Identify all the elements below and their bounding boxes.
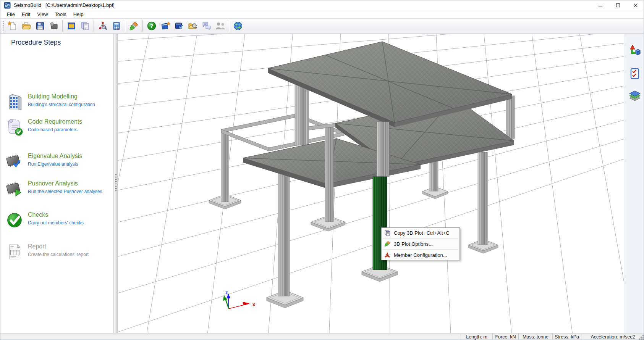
step-title: Checks — [28, 211, 84, 218]
menu-edit[interactable]: Edit — [18, 11, 34, 18]
report-pages-icon — [80, 21, 90, 31]
feedback-bubbles-icon — [202, 21, 212, 31]
step-subtitle: Carry out members' checks — [28, 220, 84, 226]
view-orientation-icon — [629, 45, 641, 57]
step-title: Code Requirements — [28, 118, 82, 125]
processor-settings-button[interactable] — [47, 19, 61, 32]
column-texture — [295, 83, 309, 145]
context-menu-separator — [383, 238, 458, 238]
column-texture — [506, 96, 515, 139]
examples-search-icon — [188, 21, 198, 31]
verification-book-button[interactable] — [172, 19, 186, 32]
context-menu-label: 3D Plot Options... — [394, 241, 433, 247]
save-button[interactable] — [33, 19, 47, 32]
maximize-icon — [616, 4, 620, 7]
checks-icon — [6, 210, 24, 230]
context-menu-separator — [383, 249, 458, 250]
plot-options-brush-icon — [129, 21, 139, 31]
step-subtitle: Building's structural configuration — [28, 102, 95, 107]
close-icon — [634, 4, 638, 7]
main-toolbar: ? — [0, 18, 644, 34]
context-menu-shortcut: Ctrl+Alt+C — [427, 230, 450, 236]
maximize-button[interactable] — [609, 0, 627, 10]
pushover-chip-icon — [6, 179, 24, 199]
layers-button[interactable] — [628, 89, 641, 103]
processor-settings-icon — [49, 21, 59, 31]
context-menu: Copy 3D Plot Ctrl+Alt+C 3D Plot Options.… — [381, 227, 460, 260]
step-code-requirements[interactable]: Code Requirements Code-based parameters — [6, 117, 111, 139]
tutorial-book-button[interactable] — [159, 19, 172, 32]
report-icon — [6, 242, 24, 262]
open-project-icon — [21, 21, 31, 31]
status-stress-unit: Stress: kPa — [552, 334, 581, 340]
save-icon — [35, 21, 45, 31]
frame-sections-button[interactable] — [65, 19, 78, 32]
menu-help[interactable]: Help — [70, 11, 87, 18]
code-requirements-icon — [6, 117, 24, 137]
splitter-grip-icon — [115, 174, 117, 193]
resize-grip-icon[interactable] — [642, 338, 644, 340]
checklist-button[interactable] — [628, 67, 641, 81]
calculator-button[interactable] — [110, 19, 123, 32]
help-button[interactable]: ? — [145, 19, 159, 32]
procedure-steps-heading: Procedure Steps — [11, 39, 61, 47]
menu-bar: File Edit View Tools Help — [0, 10, 644, 18]
layers-icon — [629, 90, 641, 101]
context-menu-item-member-configuration[interactable]: Member Configuration... — [382, 250, 460, 260]
x-axis-label: x — [252, 301, 256, 307]
frame-sections-icon — [66, 21, 76, 31]
step-title: Report — [28, 243, 89, 250]
step-pushover-analysis[interactable]: Pushover Analysis Run the selected Pusho… — [6, 179, 111, 201]
verification-book-icon — [174, 21, 184, 31]
menu-tools[interactable]: Tools — [51, 11, 70, 18]
new-project-button[interactable] — [6, 19, 19, 32]
status-acceleration-unit: Acceleration: m/sec2 — [581, 334, 644, 340]
close-button[interactable] — [627, 0, 644, 10]
feedback-button[interactable] — [200, 19, 214, 32]
toolbar-separator — [125, 20, 126, 32]
step-title: Pushover Analysis — [28, 180, 102, 187]
3d-viewport[interactable]: x z — [118, 34, 624, 333]
model-view-button[interactable] — [96, 19, 110, 32]
checklist-icon — [630, 68, 640, 79]
toolbar-grip[interactable] — [3, 21, 4, 31]
column-texture — [377, 122, 389, 177]
context-menu-item-copy-3d-plot[interactable]: Copy 3D Plot Ctrl+Alt+C — [382, 228, 460, 238]
view-orientation-button[interactable] — [628, 44, 641, 58]
step-report: Report Create the calculations' report — [6, 242, 111, 264]
plot-options-brush-icon — [382, 241, 393, 247]
eigenvalue-chip-icon — [6, 151, 24, 171]
report-pages-button[interactable] — [78, 19, 92, 32]
plot-options-button[interactable] — [127, 19, 141, 32]
context-menu-item-3d-plot-options[interactable]: 3D Plot Options... — [382, 239, 460, 249]
status-bar: Length: m Force: kN Mass: tonne Stress: … — [0, 333, 644, 340]
app-logo-icon — [4, 2, 11, 9]
menu-file[interactable]: File — [3, 11, 18, 18]
column-texture — [221, 130, 229, 202]
procedure-steps-panel: Procedure Steps Building Modelling Build… — [0, 34, 113, 333]
tutorial-book-icon — [160, 21, 170, 31]
step-eigenvalue-analysis[interactable]: Eigenvalue Analysis Run Eigenvalue analy… — [6, 151, 111, 174]
column-texture — [478, 152, 488, 245]
minimize-button[interactable] — [592, 0, 609, 10]
z-axis-label: z — [225, 290, 228, 295]
step-building-modelling[interactable]: Building Modelling Building's structural… — [6, 92, 111, 114]
new-project-icon — [8, 21, 18, 31]
panel-splitter[interactable] — [113, 34, 118, 333]
help-icon: ? — [147, 21, 157, 31]
step-title: Building Modelling — [28, 93, 95, 100]
web-button[interactable] — [231, 19, 245, 32]
step-subtitle: Code-based parameters — [28, 127, 82, 132]
step-checks[interactable]: Checks Carry out members' checks — [6, 210, 111, 232]
examples-search-button[interactable] — [186, 19, 200, 32]
step-subtitle: Run the selected Pushover analyses — [28, 189, 102, 194]
forum-people-icon — [215, 21, 226, 31]
step-subtitle: Run Eigenvalue analysis — [28, 161, 82, 167]
copy-3d-plot-icon — [382, 230, 393, 236]
menu-view[interactable]: View — [34, 11, 51, 18]
context-menu-label: Copy 3D Plot — [394, 230, 423, 236]
web-globe-icon — [233, 21, 243, 31]
status-force-unit: Force: kN — [492, 334, 518, 340]
building-icon — [6, 92, 24, 112]
open-project-button[interactable] — [19, 19, 33, 32]
